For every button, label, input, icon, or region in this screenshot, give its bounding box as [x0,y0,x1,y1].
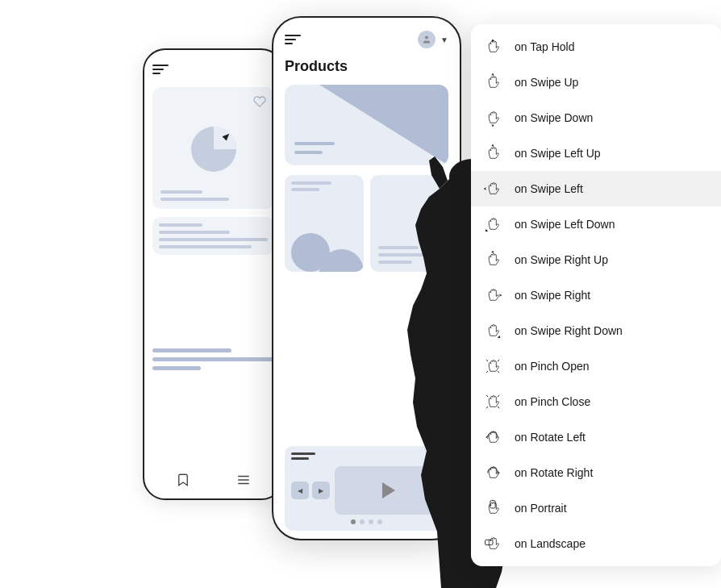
gesture-item-rotate-right[interactable]: on Rotate Right [471,455,721,490]
gesture-icon-swipe-left [482,178,503,199]
text-line [159,231,230,234]
gesture-icon-swipe-left-down [482,214,503,235]
dot-3 [369,519,373,524]
content-card-1 [285,175,364,272]
gesture-item-swipe-right-down[interactable]: on Swipe Right Down [471,313,721,348]
gesture-icon-swipe-down [482,107,503,128]
gesture-icon-swipe-right-up [482,249,503,270]
gesture-item-swipe-right[interactable]: on Swipe Right [471,277,721,313]
gesture-item-pinch-close[interactable]: on Pinch Close [471,384,721,419]
dot-1 [351,519,356,524]
text-line [159,223,202,227]
text-line [159,245,252,248]
bg-bottom-card [152,217,274,255]
gesture-icon-swipe-up [482,72,503,93]
screen-title: Products [285,58,448,75]
dot-4 [377,519,382,524]
gesture-item-swipe-down[interactable]: on Swipe Down [471,100,721,136]
gesture-label-pinch-open: on Pinch Open [515,360,590,373]
text-line [159,238,268,241]
heart-icon [253,95,266,108]
next-btn[interactable]: ▶ [312,482,330,499]
bg-card-top [152,87,274,209]
text-line [160,198,229,201]
hamburger-icon [285,35,301,44]
main-container: ▼ Products [0,0,721,588]
triangle-shape [319,85,448,165]
gesture-item-swipe-right-up[interactable]: on Swipe Right Up [471,242,721,277]
gesture-icon-rotate-left [482,427,503,448]
gesture-icon-swipe-right-down [482,320,503,341]
content-grid [285,175,448,436]
prev-btn[interactable]: ◀ [291,482,309,499]
gesture-item-swipe-left-down[interactable]: on Swipe Left Down [471,206,721,242]
gesture-icon-landscape [482,533,503,554]
gesture-label-rotate-left: on Rotate Left [515,431,586,444]
gesture-icon-swipe-left-up [482,143,503,164]
phone-main: ▼ Products [272,16,461,540]
gesture-item-landscape[interactable]: on Landscape [471,526,721,561]
gesture-label-swipe-down: on Swipe Down [515,111,593,124]
gesture-label-swipe-up: on Swipe Up [515,76,578,89]
carousel-nav: ◀ ▶ [291,482,330,499]
gesture-label-portrait: on Portrait [515,502,567,515]
wide-card [285,85,448,165]
gesture-label-swipe-left-down: on Swipe Left Down [515,218,615,231]
gesture-label-tap-hold: on Tap Hold [515,40,574,53]
gesture-label-swipe-left-up: on Swipe Left Up [515,147,601,160]
gesture-icon-portrait [482,498,503,519]
carousel-section: ◀ ▶ [285,446,448,531]
gesture-label-rotate-right: on Rotate Right [515,466,593,479]
gesture-label-swipe-left: on Swipe Left [515,182,583,195]
avatar [418,31,436,48]
gesture-item-swipe-left[interactable]: on Swipe Left [471,171,721,206]
gesture-label-landscape: on Landscape [515,537,586,550]
gesture-label-swipe-right-up: on Swipe Right Up [515,253,608,266]
gesture-item-tap-hold[interactable]: on Tap Hold [471,29,721,65]
gesture-panel: on Tap Holdon Swipe Upon Swipe Downon Sw… [471,24,721,566]
phone-bg [143,48,284,500]
carousel-dots [291,519,442,524]
svg-point-5 [425,36,428,40]
gesture-icon-swipe-right [482,285,503,306]
gesture-item-rotate-left[interactable]: on Rotate Left [471,419,721,455]
phone-header: ▼ [285,31,448,48]
list-icon [236,473,251,487]
carousel-image [335,466,442,515]
section-lines [291,452,315,460]
content-card-2 [370,175,449,272]
gesture-label-swipe-right-down: on Swipe Right Down [515,324,623,337]
bookmark-icon [176,473,190,487]
card-lines [294,142,335,154]
gesture-item-pinch-open[interactable]: on Pinch Open [471,348,721,384]
gesture-label-pinch-close: on Pinch Close [515,395,590,408]
dot-2 [360,519,365,524]
text-line [160,190,202,194]
gesture-item-portrait[interactable]: on Portrait [471,490,721,526]
gesture-label-swipe-right: on Swipe Right [515,289,590,302]
gesture-item-swipe-left-up[interactable]: on Swipe Left Up [471,136,721,171]
user-icon [422,35,431,44]
carousel-row: ◀ ▶ [291,466,442,515]
gesture-icon-tap-hold [482,36,503,57]
text-line [152,366,201,370]
header-icons: ▼ [418,31,448,48]
text-line [152,348,231,352]
pie-chart [185,121,242,177]
bottom-nav [152,466,274,490]
gesture-icon-pinch-open [482,356,503,377]
gesture-icon-rotate-right [482,462,503,483]
gesture-item-swipe-up[interactable]: on Swipe Up [471,65,721,100]
chevron-down-icon: ▼ [440,35,448,44]
gesture-icon-pinch-close [482,391,503,412]
hamburger-menu-icon [152,65,169,74]
text-line [152,357,274,361]
svg-point-7 [492,40,494,41]
